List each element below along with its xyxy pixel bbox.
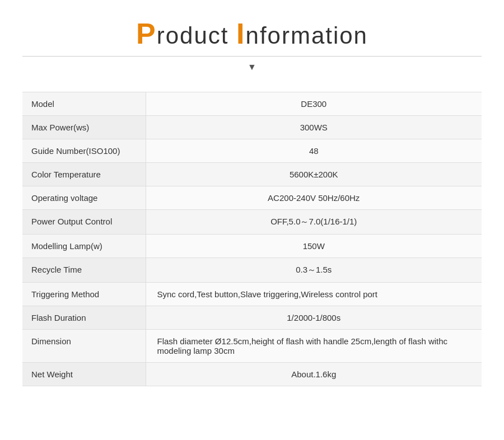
spec-value: 150W [146,235,482,258]
spec-value: 1/2000-1/800s [146,306,482,330]
title-letter-i: I [236,17,245,50]
spec-label: Color Temperature [22,163,146,186]
table-row: ModelDE300 [22,92,482,116]
table-row: Color Temperature5600K±200K [22,163,482,186]
spec-value: DE300 [146,92,482,116]
spec-label: Operating voltage [22,186,146,210]
title-letter-p: P [136,17,157,50]
spec-value: 0.3～1.5s [146,258,482,283]
spec-value: About.1.6kg [146,363,482,386]
spec-value: OFF,5.0～7.0(1/16-1/1) [146,210,482,235]
spec-label: Guide Number(ISO100) [22,139,146,163]
spec-value: AC200-240V 50Hz/60Hz [146,186,482,210]
page-title: Product Information [22,17,482,50]
table-row: Flash Duration1/2000-1/800s [22,306,482,330]
spec-label: Recycle Time [22,258,146,283]
spec-label: Flash Duration [22,306,146,330]
table-row: Max Power(ws)300WS [22,116,482,139]
spec-value: 5600K±200K [146,163,482,186]
spec-label: Modelling Lamp(w) [22,235,146,258]
spec-table: ModelDE300Max Power(ws)300WSGuide Number… [22,92,482,386]
spec-value: 48 [146,139,482,163]
spec-label: Dimension [22,330,146,363]
header-section: Product Information ▼ [22,17,482,86]
table-row: Operating voltageAC200-240V 50Hz/60Hz [22,186,482,210]
table-row: Modelling Lamp(w)150W [22,235,482,258]
table-row: Recycle Time0.3～1.5s [22,258,482,283]
header-divider [22,56,482,57]
spec-label: Net Weight [22,363,146,386]
table-row: Net WeightAbout.1.6kg [22,363,482,386]
title-text-roduct: roduct [157,22,236,49]
title-text-nformation: nformation [246,22,368,49]
table-row: Triggering MethodSync cord,Test button,S… [22,283,482,306]
table-row: DimensionFlash diameter Ø12.5cm,height o… [22,330,482,363]
spec-label: Model [22,92,146,116]
spec-value: Sync cord,Test button,Slave triggering,W… [146,283,482,306]
table-row: Guide Number(ISO100)48 [22,139,482,163]
down-arrow-icon: ▼ [22,62,482,72]
spec-label: Triggering Method [22,283,146,306]
spec-label: Max Power(ws) [22,116,146,139]
spec-value: 300WS [146,116,482,139]
spec-value: Flash diameter Ø12.5cm,height of flash w… [146,330,482,363]
table-row: Power Output ControlOFF,5.0～7.0(1/16-1/1… [22,210,482,235]
spec-label: Power Output Control [22,210,146,235]
